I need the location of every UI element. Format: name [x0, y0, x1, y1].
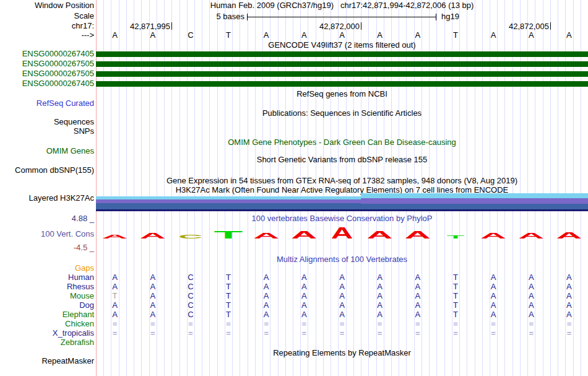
- genome-browser: 5 bases hg19 Window PositionScalechr17:-…: [0, 0, 588, 376]
- phylop-conservation-track[interactable]: AACTAAAAATAAA: [0, 0, 588, 376]
- phylop-letter: A: [480, 232, 506, 240]
- phylop-letter: A: [367, 229, 393, 241]
- phylop-letter: T: [214, 229, 243, 241]
- phylop-letter: T: [447, 235, 465, 240]
- phylop-letter: A: [405, 229, 431, 241]
- phylop-letter: A: [556, 231, 582, 240]
- phylop-letter: A: [291, 229, 317, 241]
- phylop-letter: A: [140, 232, 166, 240]
- phylop-letter: A: [331, 225, 353, 242]
- phylop-letter: A: [253, 232, 279, 240]
- phylop-letter: A: [518, 232, 544, 240]
- phylop-letter: A: [102, 234, 128, 239]
- phylop-letter: C: [178, 233, 202, 240]
